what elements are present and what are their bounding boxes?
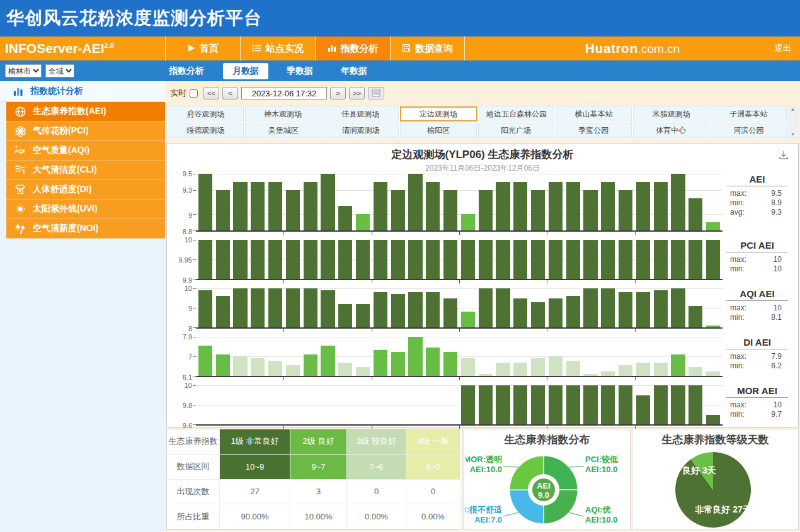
bar — [706, 371, 720, 376]
sidebar-item-di[interactable]: T人体舒适度(DI) — [6, 180, 165, 200]
sidebar-menu: 生态康养指数(AEI)气传花粉(PCI)AQI空气质量(AQI)大气清洁度(CL… — [0, 102, 165, 239]
bar — [583, 385, 597, 424]
station-button[interactable]: 佳县观测场 — [323, 106, 399, 122]
bar-slot — [249, 385, 266, 424]
station-button[interactable]: 横山基本站 — [556, 106, 632, 122]
calendar-button[interactable] — [368, 87, 384, 99]
bar — [233, 182, 247, 230]
sidebar-item-pci[interactable]: 气传花粉(PCI) — [6, 122, 165, 141]
days-slice-main — [675, 452, 751, 528]
sidebar-item-aqi[interactable]: AQI空气质量(AQI) — [6, 141, 165, 161]
bar — [689, 306, 702, 327]
main-area: 实时 << < > >> 府谷观测场神木观测场佳县观测场定边观测场靖边五台森林公… — [165, 81, 800, 532]
station-button[interactable]: 府谷观测场 — [168, 106, 244, 122]
bar-slot — [459, 337, 477, 376]
station-button[interactable]: 子洲基本站 — [711, 106, 787, 122]
bar — [374, 292, 387, 327]
tab-month[interactable]: 月数据 — [223, 63, 268, 79]
bar-slot — [197, 288, 214, 327]
bar — [408, 240, 422, 279]
scroll-down-icon[interactable]: ▼ — [791, 132, 796, 137]
distribution-pie: PCI:较低AEI:10.0AQI:优AEI:10.0DI:很不舒适AEI:7.… — [466, 447, 629, 530]
stats-value: 8.1 — [771, 313, 782, 322]
bar-slot — [564, 337, 582, 376]
bar — [356, 214, 370, 230]
sidebar-item-uvi[interactable]: 太阳紫外线(UVI) — [6, 200, 165, 219]
nav-item-home[interactable]: 首页 — [165, 37, 240, 60]
sidebar-item-aei[interactable]: 生态康养指数(AEI) — [6, 102, 165, 122]
station-grid: 府谷观测场神木观测场佳县观测场定边观测场靖边五台森林公园横山基本站米脂观测场子洲… — [167, 106, 787, 139]
bar — [513, 182, 527, 230]
tab-season[interactable]: 季数据 — [277, 63, 323, 79]
stats-label: min: — [730, 410, 745, 419]
table-cell: 0 — [347, 480, 406, 505]
download-icon[interactable] — [778, 150, 789, 164]
bar — [251, 182, 265, 230]
station-button[interactable]: 体育中心 — [633, 123, 709, 138]
bar-chart-pci-aei: 109.959.9PCI AEImax:10min:10 — [168, 240, 797, 280]
bar — [268, 361, 282, 376]
station-button[interactable]: 定边观测场 — [400, 106, 477, 122]
bar-slot — [389, 337, 407, 376]
bar-slot — [687, 337, 704, 376]
prev-fast-button[interactable]: << — [203, 87, 219, 99]
station-button[interactable]: 河滨公园 — [711, 123, 787, 138]
y-tick-label: 9 — [188, 212, 192, 219]
station-button[interactable]: 绥德观测场 — [168, 123, 244, 138]
bar — [601, 288, 615, 327]
bar-slot — [511, 385, 529, 424]
next-fast-button[interactable]: >> — [349, 87, 365, 99]
datetime-input[interactable] — [241, 87, 327, 99]
realtime-checkbox[interactable] — [190, 89, 198, 98]
stats-title: PCI AEI — [726, 240, 788, 252]
bar-slot — [284, 240, 302, 279]
bar-slot — [529, 240, 547, 279]
sidebar-item-label: 空气清新度(NOI) — [33, 223, 98, 234]
station-button[interactable]: 米脂观测场 — [633, 106, 709, 122]
nav-item-query[interactable]: 数据查询 — [390, 37, 465, 60]
city-select[interactable]: 榆林市 — [5, 64, 42, 77]
bar-slot — [529, 174, 547, 230]
stats-label: min: — [730, 264, 745, 273]
bar — [443, 240, 457, 279]
station-button[interactable]: 榆阳区 — [400, 123, 476, 138]
station-button[interactable]: 神木观测场 — [245, 106, 321, 122]
bar-slot — [670, 385, 687, 424]
sidebar-item-noi[interactable]: 空气清新度(NOI) — [6, 219, 165, 239]
sidebar-stats-header[interactable]: 指数统计分析 — [0, 81, 165, 102]
pie-center-value: 9.0 — [537, 490, 549, 500]
subnav-section-label: 指数分析 — [169, 65, 204, 77]
bar-slot — [232, 174, 249, 230]
prev-button[interactable]: < — [222, 87, 238, 99]
pie-leader-line — [569, 467, 584, 467]
tab-year[interactable]: 年数据 — [331, 63, 377, 79]
station-button[interactable]: 清涧观测场 — [323, 123, 399, 138]
bar-slot — [599, 174, 617, 230]
bar-slot — [477, 337, 494, 376]
scroll-up-icon[interactable]: ▲ — [791, 107, 796, 112]
nav-item-analysis[interactable]: 指数分析 — [315, 37, 390, 60]
sidebar-item-cli[interactable]: 大气清洁度(CLI) — [6, 161, 165, 180]
bar — [268, 182, 282, 230]
bar — [549, 240, 563, 279]
area-select[interactable]: 全域 — [45, 64, 74, 77]
bar-slot — [214, 174, 232, 230]
logout-link[interactable]: 退出 — [775, 43, 791, 54]
bar — [321, 174, 334, 230]
bar-slot — [232, 385, 249, 424]
table-cell: 90.00% — [220, 504, 290, 529]
station-button[interactable]: 季鸾公园 — [556, 123, 632, 138]
station-button[interactable]: 靖边五台森林公园 — [479, 106, 555, 122]
bar — [461, 358, 475, 376]
nav-item-stations[interactable]: 站点实况 — [240, 37, 315, 60]
station-scrollbar[interactable]: ▲ ▼ — [787, 106, 798, 139]
bar-slot — [407, 240, 425, 279]
bar-slot — [599, 385, 617, 424]
bar-slot — [389, 174, 407, 230]
station-button[interactable]: 吴堡城区 — [245, 123, 321, 138]
bar — [671, 385, 685, 424]
bar — [374, 240, 387, 279]
station-button[interactable]: 阳光广场 — [478, 123, 554, 138]
bar — [338, 240, 352, 279]
next-button[interactable]: > — [330, 87, 346, 99]
